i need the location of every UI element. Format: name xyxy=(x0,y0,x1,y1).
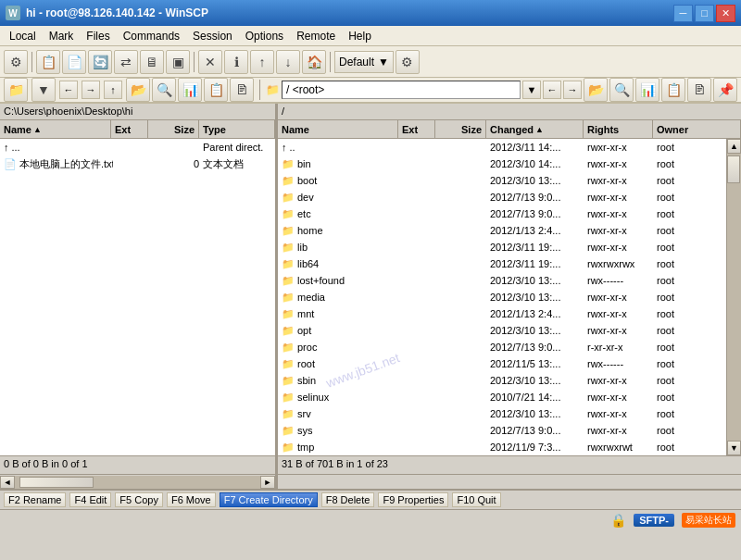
down-button[interactable]: ↓ xyxy=(276,50,300,74)
left-h-scroll[interactable]: ◄ ► xyxy=(0,475,278,489)
left-toolbar-btn-1[interactable]: 📂 xyxy=(126,78,150,102)
right-toolbar-btn-1[interactable]: 📂 xyxy=(584,78,608,102)
properties-button[interactable]: ℹ xyxy=(224,50,248,74)
right-toolbar-btn-3[interactable]: 📊 xyxy=(635,78,659,102)
right-nav-forward[interactable]: → xyxy=(563,81,582,99)
right-col-changed[interactable]: Changed ▲ xyxy=(486,120,584,138)
copy-button[interactable]: 📋 xyxy=(36,50,60,74)
right-file-row[interactable]: 📁 srv 2012/3/10 13:... rwxr-xr-x root xyxy=(278,405,726,422)
fkey-item[interactable]: F5 Copy xyxy=(115,492,163,507)
left-col-size[interactable]: Size xyxy=(148,120,199,138)
profile-dropdown[interactable]: Default ▼ xyxy=(334,51,394,73)
fkey-button[interactable]: F9 Properties xyxy=(378,492,448,507)
fkey-item[interactable]: F10 Quit xyxy=(452,492,500,507)
right-file-row[interactable]: 📁 lib64 2012/3/11 19:... rwxrwxrwx root xyxy=(278,255,726,272)
right-file-row[interactable]: 📁 boot 2012/3/10 13:... rwxr-xr-x root xyxy=(278,172,726,189)
scroll-down-button[interactable]: ▼ xyxy=(727,441,741,455)
window-controls[interactable]: ─ □ ✕ xyxy=(673,5,735,22)
menu-local[interactable]: Local xyxy=(4,28,42,44)
fkey-item[interactable]: F6 Move xyxy=(167,492,216,507)
right-file-row[interactable]: 📁 mnt 2012/1/13 2:4... rwxr-xr-x root xyxy=(278,305,726,322)
left-toolbar-btn-2[interactable]: 🔍 xyxy=(152,78,176,102)
paste-button[interactable]: 📄 xyxy=(62,50,86,74)
left-file-row[interactable]: 📄 本地电脑上的文件.txt 0 文本文档 xyxy=(0,156,275,172)
right-col-name[interactable]: Name xyxy=(278,120,398,138)
menu-remote[interactable]: Remote xyxy=(291,28,341,44)
right-file-row[interactable]: 📁 home 2012/1/13 2:4... rwxr-xr-x root xyxy=(278,222,726,239)
right-scrollbar[interactable]: ▲ ▼ xyxy=(726,139,741,455)
right-file-row[interactable]: 📁 lib 2012/3/11 19:... rwxr-xr-x root xyxy=(278,239,726,255)
left-nav-up[interactable]: ↑ xyxy=(104,81,122,99)
fkey-item[interactable]: F8 Delete xyxy=(321,492,375,507)
sync-button[interactable]: ⇄ xyxy=(114,50,138,74)
fkey-item[interactable]: F4 Edit xyxy=(69,492,111,507)
profile-settings-button[interactable]: ⚙ xyxy=(396,50,420,74)
left-nav-forward[interactable]: → xyxy=(82,81,100,99)
right-address-input[interactable]: / <root> xyxy=(282,81,521,99)
right-file-row[interactable]: 📁 root 2012/11/5 13:... rwx------ root xyxy=(278,355,726,372)
right-col-owner[interactable]: Owner xyxy=(653,120,741,138)
menu-help[interactable]: Help xyxy=(343,28,377,44)
left-addr-icon[interactable]: 📁 xyxy=(4,78,28,102)
fkey-item[interactable]: F7 Create Directory xyxy=(220,492,318,507)
maximize-button[interactable]: □ xyxy=(695,5,714,22)
left-col-type[interactable]: Type xyxy=(199,120,275,138)
right-nav-back[interactable]: ← xyxy=(543,81,561,99)
left-file-row[interactable]: ↑ ... Parent direct. xyxy=(0,139,275,156)
left-toolbar-btn-4[interactable]: 📋 xyxy=(204,78,228,102)
right-file-row[interactable]: 📁 sbin 2012/3/10 13:... rwxr-xr-x root xyxy=(278,372,726,389)
menu-mark[interactable]: Mark xyxy=(44,28,80,44)
fkey-item[interactable]: F2 Rename xyxy=(4,492,66,507)
right-file-row[interactable]: 📁 media 2012/3/10 13:... rwxr-xr-x root xyxy=(278,289,726,305)
menu-session[interactable]: Session xyxy=(187,28,238,44)
fkey-button[interactable]: F5 Copy xyxy=(115,492,163,507)
connect-button[interactable]: 🖥 xyxy=(140,50,164,74)
refresh-button[interactable]: 🔄 xyxy=(88,50,112,74)
right-col-rights[interactable]: Rights xyxy=(584,120,653,138)
right-file-row[interactable]: 📁 selinux 2010/7/21 14:... rwxr-xr-x roo… xyxy=(278,389,726,405)
fkey-button[interactable]: F6 Move xyxy=(167,492,216,507)
left-col-name[interactable]: Name ▲ xyxy=(0,120,111,138)
left-nav-back[interactable]: ← xyxy=(59,81,78,99)
right-file-row[interactable]: 📁 tmp 2012/11/9 7:3... rwxrwxrwt root xyxy=(278,439,726,455)
delete-button[interactable]: ✕ xyxy=(198,50,222,74)
left-toolbar-btn-5[interactable]: 🖹 xyxy=(230,78,254,102)
close-button[interactable]: ✕ xyxy=(716,5,735,22)
right-file-row[interactable]: ↑ .. 2012/3/11 14:... rwxr-xr-x root xyxy=(278,139,726,156)
fkey-button[interactable]: F8 Delete xyxy=(321,492,375,507)
menu-files[interactable]: Files xyxy=(81,28,115,44)
right-file-row[interactable]: 📁 etc 2012/7/13 9:0... rwxr-xr-x root xyxy=(278,205,726,222)
right-toolbar-btn-5[interactable]: 🖹 xyxy=(687,78,711,102)
fkey-button[interactable]: F7 Create Directory xyxy=(220,492,318,507)
fkey-button[interactable]: F10 Quit xyxy=(452,492,500,507)
menu-options[interactable]: Options xyxy=(240,28,289,44)
scroll-h-right-btn[interactable]: ► xyxy=(260,476,275,489)
scroll-h-thumb-left[interactable] xyxy=(19,477,94,488)
terminal-button[interactable]: ▣ xyxy=(166,50,190,74)
up-button[interactable]: ↑ xyxy=(250,50,274,74)
right-file-row[interactable]: 📁 lost+found 2012/3/10 13:... rwx------ … xyxy=(278,272,726,289)
menu-commands[interactable]: Commands xyxy=(118,28,185,44)
scroll-track[interactable] xyxy=(727,154,741,441)
fkey-button[interactable]: F4 Edit xyxy=(69,492,111,507)
right-col-size[interactable]: Size xyxy=(435,120,486,138)
fkey-item[interactable]: F9 Properties xyxy=(378,492,448,507)
right-file-row[interactable]: 📁 opt 2012/3/10 13:... rwxr-xr-x root xyxy=(278,322,726,339)
right-file-row[interactable]: 📁 proc 2012/7/13 9:0... r-xr-xr-x root xyxy=(278,339,726,355)
scroll-h-left-btn[interactable]: ◄ xyxy=(0,476,15,489)
scroll-thumb[interactable] xyxy=(727,156,740,183)
settings-button[interactable]: ⚙ xyxy=(4,50,28,74)
left-addr-dropdown[interactable]: ▼ xyxy=(31,78,56,102)
left-col-ext[interactable]: Ext xyxy=(111,120,148,138)
scroll-h-track-left[interactable] xyxy=(15,476,260,489)
home-button[interactable]: 🏠 xyxy=(302,50,326,74)
right-addr-dropdown[interactable]: ▼ xyxy=(522,81,541,99)
right-col-ext[interactable]: Ext xyxy=(398,120,435,138)
scroll-up-button[interactable]: ▲ xyxy=(727,139,741,154)
right-toolbar-btn-2[interactable]: 🔍 xyxy=(609,78,634,102)
right-toolbar-btn-6[interactable]: 📌 xyxy=(713,78,737,102)
fkey-button[interactable]: F2 Rename xyxy=(4,492,66,507)
minimize-button[interactable]: ─ xyxy=(673,5,693,22)
left-toolbar-btn-3[interactable]: 📊 xyxy=(178,78,202,102)
right-file-row[interactable]: 📁 sys 2012/7/13 9:0... rwxr-xr-x root xyxy=(278,422,726,439)
